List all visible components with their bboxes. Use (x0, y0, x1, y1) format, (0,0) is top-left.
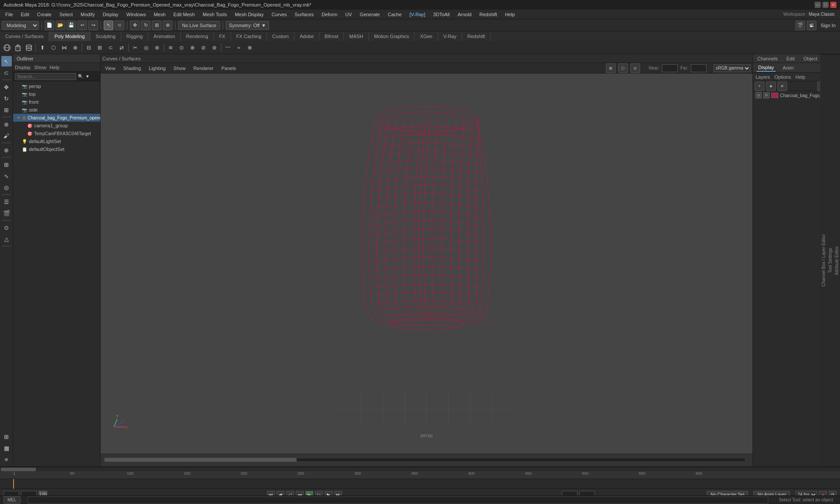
menu-modify[interactable]: Modify (77, 11, 98, 18)
vp-menu-lighting[interactable]: Lighting (146, 65, 168, 72)
timeline-ruler[interactable]: 1 50 100 150 200 250 300 350 400 450 500… (0, 471, 840, 479)
slide-edge-button[interactable]: ⇄ (116, 42, 127, 53)
delete-layer-button[interactable]: ✕ (777, 81, 787, 91)
layout-button[interactable]: ⊞ (1, 431, 12, 442)
panels-button[interactable]: ▦ (1, 443, 12, 453)
menu-file[interactable]: File (2, 11, 17, 18)
menu-select[interactable]: Select (56, 11, 77, 18)
smooth-button[interactable]: ≋ (165, 42, 176, 53)
anim-tab[interactable]: Anim (781, 64, 795, 71)
timeline-scrollbar[interactable] (0, 467, 840, 471)
attr-editor-tab[interactable]: Attribute Editor (833, 54, 840, 466)
vp-texture-button[interactable]: ⊙ (630, 63, 640, 73)
menu-mesh-tools[interactable]: Mesh Tools (199, 11, 230, 18)
connect-button[interactable]: ⊂ (105, 42, 116, 53)
create-set-button[interactable]: ⊙ (1, 222, 12, 233)
menu-edit[interactable]: Edit (18, 11, 33, 18)
layers-menu-item[interactable]: Layers (756, 74, 770, 80)
display-layers-button[interactable]: ☰ (1, 196, 12, 207)
separate-button[interactable]: ⊘ (198, 42, 209, 53)
tab-animation[interactable]: Animation (148, 32, 181, 41)
tab-bifrost[interactable]: Bifrost (319, 32, 344, 41)
filter-icon[interactable]: ▼ (84, 73, 91, 80)
menu-deform[interactable]: Deform (318, 11, 341, 18)
create-layer-from-selected-button[interactable]: ★ (766, 81, 776, 91)
tab-redshift[interactable]: Redshift (462, 32, 490, 41)
tab-curves-surfaces[interactable]: Curves / Surfaces (0, 32, 49, 41)
tab-rendering[interactable]: Rendering (181, 32, 214, 41)
outliner-menu-display[interactable]: Display (15, 65, 31, 70)
maximize-button[interactable]: □ (822, 2, 829, 8)
grid-buttons[interactable]: ≡ (1, 454, 12, 465)
menu-help[interactable]: Help (501, 11, 518, 18)
no-live-surface-button[interactable]: No Live Surface (178, 21, 220, 30)
tab-xgen[interactable]: XGen (415, 32, 438, 41)
vp-menu-show[interactable]: Show (171, 65, 189, 72)
redo-button[interactable]: ↪ (88, 21, 98, 30)
tree-item-front[interactable]: 📷 front (13, 98, 100, 106)
menu-mesh[interactable]: Mesh (150, 11, 169, 18)
menu-create[interactable]: Create (34, 11, 55, 18)
fill-hole-button[interactable]: ⊚ (209, 42, 220, 53)
tree-item-top[interactable]: 📷 top (13, 90, 100, 98)
extrude-button[interactable]: ⬆ (37, 42, 48, 53)
paint-tool[interactable]: 🖌 (1, 130, 12, 141)
tree-item-defaultlightset[interactable]: 💡 defaultLightSet (13, 137, 100, 145)
menu-vray[interactable]: [V-Ray] (406, 11, 429, 18)
menu-uv[interactable]: UV (342, 11, 355, 18)
tab-rigging[interactable]: Rigging (121, 32, 148, 41)
command-line-input[interactable] (28, 497, 769, 504)
offset-edge-loop-button[interactable]: ⊞ (94, 42, 105, 53)
universal-manip-button[interactable]: ⊕ (163, 21, 172, 30)
rotate-button[interactable]: ↻ (141, 21, 150, 30)
rotate-tool[interactable]: ↻ (1, 93, 12, 104)
tab-vray[interactable]: V-Ray (438, 32, 462, 41)
tab-motion-graphics[interactable]: Motion Graphics (369, 32, 415, 41)
undo-button[interactable]: ↩ (77, 21, 87, 30)
move-button[interactable]: ✥ (130, 21, 140, 30)
tree-item-side[interactable]: 📷 side (13, 106, 100, 114)
snap-to-grid[interactable]: ⊞ (1, 159, 12, 170)
help-menu-item[interactable]: Help (795, 74, 805, 80)
vp-menu-renderer[interactable]: Renderer (191, 65, 216, 72)
tree-item-charcoal[interactable]: ▼ ⊞ Charcoal_bag_Fogo_Premium_opene (13, 114, 100, 122)
symmetry-dropdown[interactable]: Symmetry: Off ▼ (226, 21, 269, 30)
menu-mesh-display[interactable]: Mesh Display (231, 11, 267, 18)
menu-edit-mesh[interactable]: Edit Mesh (170, 11, 198, 18)
tab-adobe[interactable]: Adobe (294, 32, 319, 41)
scale-button[interactable]: ⊞ (152, 21, 161, 30)
object-tab[interactable]: Object (802, 55, 819, 62)
tab-custom[interactable]: Custom (267, 32, 294, 41)
sphere-button[interactable] (2, 42, 12, 53)
search-icon[interactable]: 🔍 (77, 73, 84, 80)
edit-tab[interactable]: Edit (784, 55, 796, 62)
snap-to-curve[interactable]: ∿ (1, 171, 12, 181)
lasso-button[interactable]: ⊂ (115, 21, 124, 30)
lasso-tool[interactable]: ⊂ (1, 67, 12, 78)
channel-box-tab[interactable]: Channel Box / Layer Editor (820, 54, 827, 466)
menu-generate[interactable]: Generate (356, 11, 383, 18)
save-file-button[interactable]: 💾 (66, 21, 76, 30)
sculpt-tool[interactable]: ⊛ (1, 119, 12, 130)
menu-arnold[interactable]: Arnold (454, 11, 475, 18)
timeline-track[interactable] (0, 479, 840, 489)
outliner-search-input[interactable] (15, 73, 76, 80)
tab-mash[interactable]: MASH (344, 32, 369, 41)
open-file-button[interactable]: 📂 (56, 21, 65, 30)
boolean-button[interactable]: ⊙ (176, 42, 187, 53)
uv-button[interactable]: ⊕ (245, 42, 255, 53)
tree-item-defaultobjectset[interactable]: 📋 defaultObjectSet (13, 145, 100, 153)
target-weld-button[interactable]: ◎ (141, 42, 151, 53)
tool-settings-tab[interactable]: Tool Settings (827, 54, 833, 466)
scale-tool[interactable]: ⊞ (1, 105, 12, 115)
sign-in-button[interactable]: Sign In (818, 23, 838, 28)
multi-cut-button[interactable]: ✂ (130, 42, 140, 53)
make-live-button[interactable]: ⊛ (152, 42, 162, 53)
create-layer-button[interactable]: + (755, 81, 764, 91)
select-tool[interactable]: ↖ (1, 56, 12, 66)
workspace-dropdown[interactable]: Modeling Rigging Animation Rendering (2, 21, 39, 30)
bridge-button[interactable]: ⋈ (59, 42, 70, 53)
tab-fx[interactable]: FX (214, 32, 231, 41)
vp-menu-view[interactable]: View (102, 65, 118, 72)
bevel-button[interactable]: ⬡ (48, 42, 59, 53)
